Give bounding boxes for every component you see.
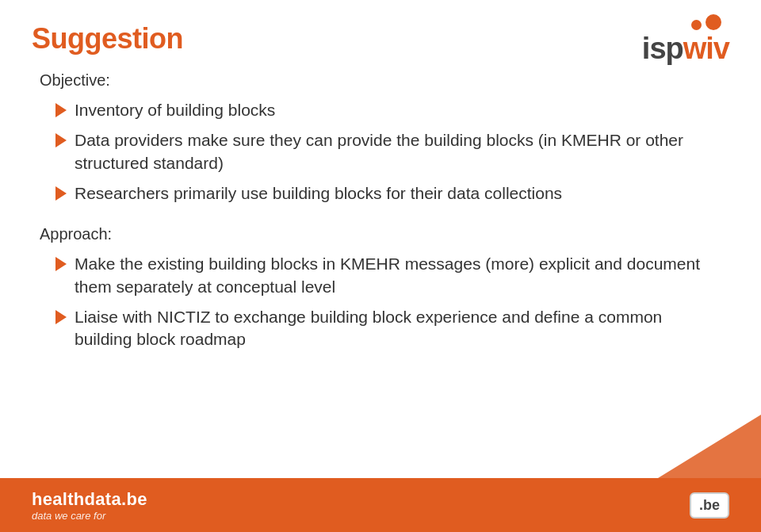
bullet-arrow-icon (55, 103, 67, 117)
logo-words: isp wiv (642, 33, 729, 63)
approach-list: Make the existing building blocks in KME… (55, 253, 721, 350)
logo-dot-large (706, 14, 721, 30)
list-item: Make the existing building blocks in KME… (55, 253, 721, 298)
svg-marker-0 (658, 415, 761, 478)
list-item: Inventory of building blocks (55, 99, 721, 121)
bullet-arrow-icon (55, 257, 67, 271)
objective-section: Objective: Inventory of building blocks … (40, 71, 721, 205)
bullet-text: Data providers make sure they can provid… (75, 129, 721, 174)
bullet-text: Inventory of building blocks (75, 99, 275, 121)
approach-section: Approach: Make the existing building blo… (40, 225, 721, 350)
slide: Suggestion isp wiv Objective: Inventory … (0, 0, 761, 532)
objective-list: Inventory of building blocks Data provid… (55, 99, 721, 205)
logo-area: isp wiv (642, 14, 729, 63)
bullet-arrow-icon (55, 133, 67, 147)
be-badge-area: .be (690, 492, 729, 519)
be-badge: .be (690, 492, 729, 519)
logo-dots (691, 14, 721, 30)
bullet-text: Researchers primarily use building block… (75, 182, 562, 205)
logo-isp: isp (642, 33, 683, 63)
decorative-shape (658, 407, 761, 478)
bullet-arrow-icon (55, 186, 67, 201)
list-item: Liaise with NICTIZ to exchange building … (55, 306, 721, 351)
content-area: Objective: Inventory of building blocks … (0, 55, 761, 351)
list-item: Researchers primarily use building block… (55, 182, 721, 205)
bottom-bar: healthdata.be data we care for .be (0, 478, 761, 532)
approach-label: Approach: (40, 225, 721, 243)
brand-main: healthdata.be (32, 489, 147, 510)
objective-label: Objective: (40, 71, 721, 90)
brand-sub: data we care for (32, 510, 147, 522)
logo-dot-small (691, 20, 702, 30)
bullet-text: Make the existing building blocks in KME… (75, 253, 721, 298)
page-title: Suggestion (32, 22, 183, 55)
bullet-text: Liaise with NICTIZ to exchange building … (75, 306, 721, 351)
brand-area: healthdata.be data we care for (32, 489, 147, 522)
bullet-arrow-icon (55, 310, 67, 324)
list-item: Data providers make sure they can provid… (55, 129, 721, 174)
logo-wiv: wiv (683, 33, 729, 63)
